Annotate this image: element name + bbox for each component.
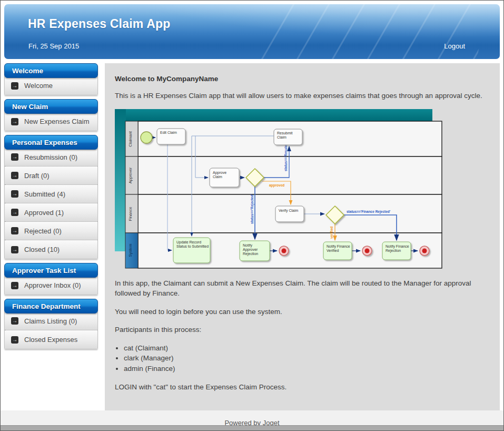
- flow-label-rejected: status=='Rejected': [250, 193, 254, 223]
- svg-text:Claim: Claim: [277, 135, 286, 139]
- sidebar-item-label: Draft (0): [24, 172, 50, 180]
- svg-text:Resubmit: Resubmit: [277, 131, 293, 135]
- sidebar-item-label: Rejected (0): [24, 227, 62, 235]
- sidebar-item-label: Approver Inbox (0): [24, 281, 81, 289]
- svg-text:Rejection: Rejection: [386, 249, 401, 253]
- lane-label-system: System: [128, 243, 133, 257]
- app-header: HR Expenses Claim App Fri, 25 Sep 2015 L…: [4, 4, 500, 59]
- sidebar-item-rejected-0[interactable]: →Rejected (0): [5, 222, 97, 240]
- sidebar-item-welcome[interactable]: →Welcome: [5, 76, 97, 95]
- arrow-icon: →: [11, 317, 18, 325]
- svg-text:Approve: Approve: [213, 171, 226, 175]
- sidebar-section-title: New Claim: [4, 99, 98, 114]
- sidebar-section: Welcome→Welcome: [4, 63, 98, 95]
- participants-list: cat (Claimant)clark (Manager)admin (Fina…: [124, 343, 489, 374]
- sidebar-item-label: Approved (1): [24, 209, 64, 217]
- arrow-icon: →: [11, 336, 18, 344]
- svg-text:Approver: Approver: [243, 248, 258, 252]
- arrow-icon: →: [11, 153, 18, 161]
- sidebar-item-approver-inbox-0[interactable]: →Approver Inbox (0): [5, 276, 97, 295]
- start-event: [141, 132, 152, 143]
- sidebar-item-label: Closed (10): [24, 246, 60, 253]
- svg-text:Verified: Verified: [327, 249, 339, 252]
- main-content: Welcome to MyCompanyName This is a HR Ex…: [105, 63, 500, 410]
- logout-link[interactable]: Logout: [444, 42, 465, 50]
- flow-label-approved: approved: [269, 183, 284, 188]
- arrow-icon: →: [11, 227, 18, 234]
- arrow-icon: →: [11, 246, 18, 253]
- sidebar-section: New Claim→New Expenses Claim: [4, 99, 98, 131]
- intro-paragraph: This is a HR Expenses Claim app that wil…: [115, 91, 489, 101]
- participant-item: admin (Finance): [124, 364, 489, 374]
- page-title: HR Expenses Claim App: [28, 17, 170, 31]
- arrow-icon: →: [11, 282, 18, 289]
- sidebar-item-label: Resubmission (0): [24, 153, 77, 161]
- svg-text:Notify Finance: Notify Finance: [327, 244, 350, 249]
- sidebar-item-label: Claims Listing (0): [24, 317, 77, 325]
- sidebar-section-title: Personal Expenses: [4, 135, 98, 150]
- login-note: LOGIN with "cat" to start the Expenses C…: [115, 382, 489, 393]
- sidebar-item-label: Welcome: [24, 82, 53, 90]
- process-diagram-image: Claimant Approver Finance System: [115, 109, 442, 271]
- sidebar-item-label: New Expenses Claim: [24, 117, 90, 125]
- svg-text:Claim: Claim: [213, 175, 222, 179]
- lane-label-claimant: Claimant: [128, 131, 133, 147]
- sidebar-item-closed-expenses[interactable]: →Closed Expenses: [5, 330, 97, 349]
- sidebar-item-draft-0[interactable]: →Draft (0): [5, 166, 97, 185]
- sidebar-item-submitted-4[interactable]: →Submitted (4): [5, 185, 97, 203]
- arrow-icon: →: [11, 82, 18, 90]
- welcome-heading: Welcome to MyCompanyName: [115, 75, 489, 83]
- app-window: HR Expenses Claim App Fri, 25 Sep 2015 L…: [0, 0, 504, 431]
- bottom-bar: [1, 425, 503, 430]
- svg-text:Rejection: Rejection: [243, 252, 258, 256]
- pool-bar-left: [115, 109, 126, 251]
- header-date: Fri, 25 Sep 2015: [28, 42, 79, 50]
- svg-text:Verify Claim: Verify Claim: [279, 209, 299, 213]
- task-label: Edit Claim: [160, 131, 177, 134]
- sidebar-section-items: →Approver Inbox (0): [4, 276, 98, 295]
- sidebar-section-items: →Welcome: [4, 76, 98, 95]
- svg-text:Update Record: Update Record: [176, 240, 201, 244]
- participant-item: clark (Manager): [124, 353, 489, 364]
- sidebar-item-approved-1[interactable]: →Approved (1): [5, 203, 97, 222]
- sidebar-section: Finance Department→Claims Listing (0)→Cl…: [4, 299, 98, 349]
- participants-paragraph: Participants in this process:: [115, 325, 489, 335]
- sidebar-item-closed-10[interactable]: →Closed (10): [5, 240, 97, 259]
- login-paragraph: You will need to login before you can us…: [115, 307, 489, 317]
- svg-text:Notify Finance: Notify Finance: [386, 244, 409, 249]
- sidebar-section-title: Finance Department: [4, 299, 98, 314]
- arrow-icon: →: [11, 209, 18, 216]
- sidebar-item-claims-listing-0[interactable]: →Claims Listing (0): [5, 312, 97, 330]
- flow-label-finance-rejected: status=='Finance Rejected': [347, 210, 391, 214]
- arrow-icon: →: [11, 118, 18, 125]
- sidebar-section-title: Welcome: [4, 63, 98, 78]
- sidebar-section: Approver Task List→Approver Inbox (0): [4, 263, 98, 295]
- routing-paragraph: In this app, the Claimant can submit a N…: [115, 278, 489, 299]
- sidebar-section-title: Approver Task List: [4, 263, 98, 278]
- lane-approver: [138, 156, 442, 194]
- sidebar-item-label: Submitted (4): [24, 190, 65, 198]
- lane-label-finance: Finance: [128, 207, 133, 221]
- lane-label-approver: Approver: [128, 167, 133, 183]
- flow-label-verified: verified: [330, 226, 333, 238]
- sidebar-section: Personal Expenses→Resubmission (0)→Draft…: [4, 135, 98, 259]
- svg-text:Notify: Notify: [243, 243, 252, 248]
- sidebar-section-items: →Claims Listing (0)→Closed Expenses: [4, 312, 98, 349]
- sidebar-item-resubmission-0[interactable]: →Resubmission (0): [5, 148, 97, 166]
- sidebar: Welcome→WelcomeNew Claim→New Expenses Cl…: [4, 63, 98, 353]
- sidebar-section-items: →New Expenses Claim: [4, 112, 98, 131]
- sidebar-item-new-expenses-claim[interactable]: →New Expenses Claim: [5, 112, 97, 131]
- arrow-icon: →: [11, 172, 18, 179]
- svg-text:Status to Submitted: Status to Submitted: [176, 244, 209, 248]
- arrow-icon: →: [11, 190, 18, 198]
- sidebar-section-items: →Resubmission (0)→Draft (0)→Submitted (4…: [4, 148, 98, 259]
- sidebar-item-label: Closed Expenses: [24, 336, 77, 344]
- participant-item: cat (Claimant): [124, 343, 489, 354]
- pool-bar-top: [115, 109, 432, 121]
- bpmn-diagram: Claimant Approver Finance System: [115, 109, 442, 271]
